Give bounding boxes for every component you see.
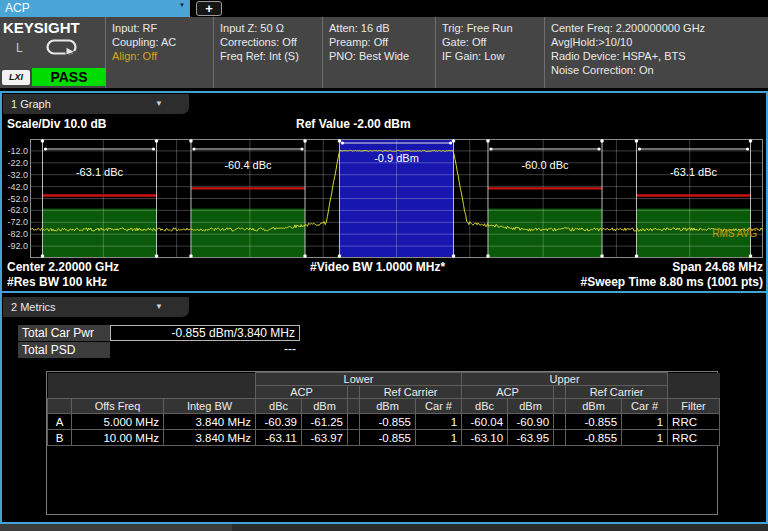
metrics-window-dropdown[interactable]: 2 Metrics ▼ — [3, 297, 189, 317]
header-setting: Avg|Hold:>10/10 — [551, 35, 768, 49]
mode-letter: L — [16, 41, 23, 55]
instrument-screen: ACP ▼ + KEYSIGHT L LXI PASS Input: RFCou… — [0, 0, 768, 531]
header-setting: IF Gain: Low — [442, 49, 544, 63]
total-car-pwr-value[interactable]: -0.855 dBm/3.840 MHz — [110, 325, 300, 341]
table-corner-blank — [48, 386, 256, 399]
result-cell — [554, 430, 566, 446]
res-bw-annotation[interactable]: #Res BW 100 kHz — [7, 275, 107, 289]
sub-header-gap — [554, 386, 566, 399]
result-cell: 10.00 MHz — [72, 430, 164, 446]
settings-header: KEYSIGHT L LXI PASS Input: RFCoupling: A… — [0, 17, 768, 88]
y-axis-tick: -92.0 — [2, 241, 28, 251]
span-annotation[interactable]: Span 24.68 MHz — [672, 260, 763, 274]
result-cell — [554, 414, 566, 430]
tab-acp-label: ACP — [5, 1, 30, 15]
result-cell: 5.000 MHz — [72, 414, 164, 430]
table-corner-blank — [668, 373, 720, 386]
trace-mode-rms-avg-label: RMS AVG — [712, 228, 757, 239]
table-corner-blank — [668, 386, 720, 399]
column-header: dBm — [566, 399, 622, 414]
column-header: Car # — [416, 399, 462, 414]
header-setting: Gate: Off — [442, 35, 544, 49]
header-setting: Radio Device: HSPA+, BTS — [551, 49, 768, 63]
table-row-offset-A[interactable]: A5.000 MHz3.840 MHz-60.39-61.25-0.8551-6… — [48, 414, 720, 430]
result-cell: 1 — [622, 414, 668, 430]
add-tab-button[interactable]: + — [196, 1, 222, 16]
header-settings-col-1[interactable]: Input: RFCoupling: ACAlign: Off — [106, 17, 214, 88]
offset-row-id: A — [48, 414, 72, 430]
column-header: dBm — [508, 399, 554, 414]
column-header — [554, 399, 566, 414]
header-setting: Align: Off — [112, 49, 213, 63]
result-cell: -60.39 — [256, 414, 302, 430]
continuous-sweep-icon — [46, 39, 78, 56]
center-freq-annotation[interactable]: Center 2.20000 GHz — [7, 260, 119, 274]
total-psd-value: --- — [110, 342, 300, 358]
total-psd-label: Total PSD — [18, 342, 110, 358]
header-setting: Input: RF — [112, 21, 213, 35]
y-axis-tick: -62.0 — [2, 205, 28, 215]
graph-window: 1 Graph ▼ Scale/Div 10.0 dB Ref Value -2… — [2, 93, 766, 293]
result-cell: -63.11 — [256, 430, 302, 446]
header-settings-col-4[interactable]: Trig: Free RunGate: OffIF Gain: Low — [436, 17, 545, 88]
header-settings-col-3[interactable]: Atten: 16 dBPreamp: OffPNO: Best Wide — [323, 17, 436, 88]
y-axis-tick: -12.0 — [2, 146, 28, 156]
header-settings-columns: Input: RFCoupling: ACAlign: OffInput Z: … — [106, 17, 768, 88]
keysight-logo: KEYSIGHT — [3, 19, 80, 36]
group-header-lower: Lower — [256, 373, 462, 386]
status-bar — [0, 524, 768, 531]
dropdown-caret-icon: ▼ — [155, 297, 163, 317]
sweep-time-annotation[interactable]: #Sweep Time 8.80 ms (1001 pts) — [580, 275, 763, 289]
y-axis-tick: -72.0 — [2, 217, 28, 227]
result-cell: -63.97 — [302, 430, 348, 446]
result-cell — [348, 430, 360, 446]
header-setting: PNO: Best Wide — [329, 49, 435, 63]
header-settings-col-2[interactable]: Input Z: 50 ΩCorrections: OffFreq Ref: I… — [214, 17, 323, 88]
total-car-pwr-label: Total Car Pwr — [18, 325, 110, 341]
tab-dropdown-caret-icon: ▼ — [179, 1, 185, 9]
dropdown-caret-icon: ▼ — [155, 94, 163, 114]
header-setting: Trig: Free Run — [442, 21, 544, 35]
column-header: dBm — [360, 399, 416, 414]
column-header: Integ BW — [164, 399, 256, 414]
table-row-offset-B[interactable]: B10.00 MHz3.840 MHz-63.11-63.97-0.8551-6… — [48, 430, 720, 446]
sub-header-ref-carrier-lower: Ref Carrier — [360, 386, 462, 399]
status-bar-segment — [0, 524, 232, 531]
y-axis-labels: -12.0-22.0-32.0-42.0-52.0-62.0-72.0-82.0… — [2, 93, 28, 273]
table-corner-blank — [48, 373, 256, 386]
metrics-window-label: 2 Metrics — [11, 301, 56, 313]
y-axis-tick: -22.0 — [2, 158, 28, 168]
column-header: dBm — [302, 399, 348, 414]
result-cell: 3.840 MHz — [164, 414, 256, 430]
column-header: dBc — [462, 399, 508, 414]
header-settings-col-5[interactable]: Center Freq: 2.200000000 GHzAvg|Hold:>10… — [545, 17, 768, 88]
result-cell: -63.95 — [508, 430, 554, 446]
header-setting: Freq Ref: Int (S) — [220, 49, 322, 63]
y-axis-tick: -52.0 — [2, 194, 28, 204]
result-cell: RRC — [668, 430, 720, 446]
result-cell: RRC — [668, 414, 720, 430]
column-header: Filter — [668, 399, 720, 414]
video-bw-annotation[interactable]: #Video BW 1.0000 MHz* — [310, 260, 445, 274]
tab-acp[interactable]: ACP ▼ — [0, 0, 190, 17]
result-cell: 1 — [416, 414, 462, 430]
result-cell: -0.855 — [566, 414, 622, 430]
result-cell: -60.90 — [508, 414, 554, 430]
y-axis-tick: -42.0 — [2, 182, 28, 192]
y-axis-tick: -32.0 — [2, 170, 28, 180]
brand-block: KEYSIGHT L LXI PASS — [0, 17, 106, 88]
sub-header-gap — [348, 386, 360, 399]
graph-window-dropdown[interactable]: 1 Graph ▼ — [3, 94, 189, 114]
result-cell: 1 — [622, 430, 668, 446]
offset-row-id: B — [48, 430, 72, 446]
acp-results-table: LowerUpperACPRef CarrierACPRef CarrierOf… — [46, 371, 718, 515]
measurement-area: 1 Graph ▼ Scale/Div 10.0 dB Ref Value -2… — [0, 91, 768, 524]
ref-value-label[interactable]: Ref Value -2.00 dBm — [296, 117, 411, 131]
header-setting: Preamp: Off — [329, 35, 435, 49]
column-header — [48, 399, 72, 414]
svg-text:-63.1 dBc: -63.1 dBc — [76, 166, 124, 178]
result-cell: -0.855 — [360, 430, 416, 446]
header-setting: Input Z: 50 Ω — [220, 21, 322, 35]
column-header: Car # — [622, 399, 668, 414]
spectrum-plot[interactable]: -63.1 dBc-60.4 dBc-0.9 dBm-60.0 dBc-63.1… — [30, 139, 763, 258]
